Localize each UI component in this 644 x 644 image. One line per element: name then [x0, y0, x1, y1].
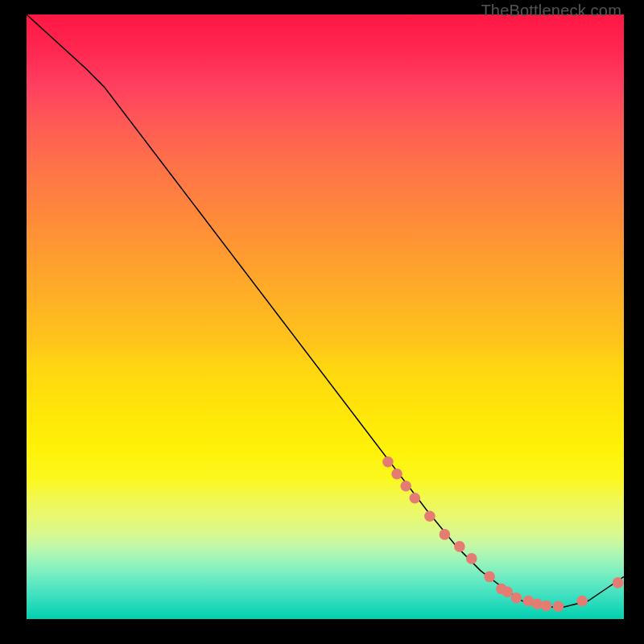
line-series [27, 14, 624, 607]
data-marker [613, 577, 624, 588]
data-marker [576, 596, 588, 607]
data-marker [382, 456, 394, 468]
data-marker [502, 586, 514, 597]
data-marker [391, 469, 402, 480]
marker-group [382, 456, 623, 612]
data-marker [466, 553, 477, 564]
data-marker [424, 511, 436, 522]
watermark-text: TheBottleneck.com [481, 2, 621, 20]
data-marker [410, 493, 421, 504]
data-marker [400, 481, 411, 492]
data-marker [553, 601, 564, 612]
data-marker [541, 601, 552, 612]
data-marker [454, 541, 465, 552]
chart-svg [27, 14, 624, 619]
data-marker [511, 592, 522, 604]
data-marker [484, 572, 495, 583]
data-marker [440, 529, 451, 540]
